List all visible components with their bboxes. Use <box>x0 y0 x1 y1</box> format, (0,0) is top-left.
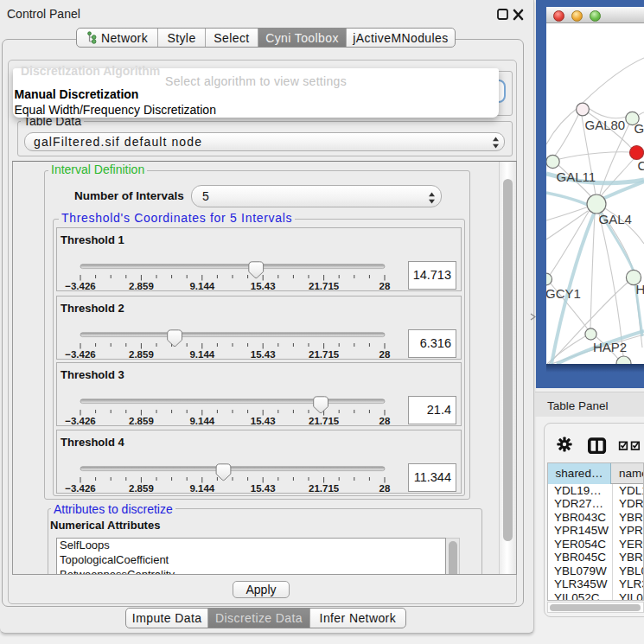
svg-text:GCY1: GCY1 <box>546 286 581 301</box>
svg-text:21.715: 21.715 <box>309 483 340 494</box>
svg-text:28: 28 <box>379 483 391 494</box>
svg-text:21.715: 21.715 <box>309 349 340 360</box>
svg-text:21.715: 21.715 <box>309 281 340 291</box>
svg-text:9.144: 9.144 <box>189 416 214 426</box>
svg-text:−3.426: −3.426 <box>65 281 96 291</box>
svg-text:−3.426: −3.426 <box>65 416 96 426</box>
svg-text:H: H <box>636 282 644 296</box>
svg-text:15.43: 15.43 <box>251 483 276 494</box>
svg-text:2.859: 2.859 <box>129 483 154 494</box>
svg-text:15.43: 15.43 <box>251 281 276 291</box>
svg-text:9.144: 9.144 <box>189 483 214 494</box>
svg-text:GAL11: GAL11 <box>557 169 596 184</box>
svg-text:−3.426: −3.426 <box>65 483 96 494</box>
svg-text:9.144: 9.144 <box>189 281 214 291</box>
svg-text:HAP2: HAP2 <box>593 340 627 354</box>
svg-text:G.: G. <box>634 121 644 136</box>
svg-text:−3.426: −3.426 <box>65 349 96 360</box>
svg-text:GAL4: GAL4 <box>599 212 632 226</box>
svg-text:2.859: 2.859 <box>129 416 154 426</box>
svg-text:28: 28 <box>379 416 391 426</box>
svg-text:15.43: 15.43 <box>251 416 276 426</box>
svg-text:2.859: 2.859 <box>129 349 154 360</box>
svg-text:9.144: 9.144 <box>189 349 214 360</box>
svg-text:C: C <box>638 158 644 173</box>
svg-text:28: 28 <box>379 349 391 360</box>
svg-text:2.859: 2.859 <box>129 281 154 291</box>
svg-text:21.715: 21.715 <box>309 416 340 426</box>
svg-text:28: 28 <box>379 281 391 291</box>
svg-text:GAL80: GAL80 <box>585 118 626 132</box>
svg-text:15.43: 15.43 <box>251 349 276 360</box>
